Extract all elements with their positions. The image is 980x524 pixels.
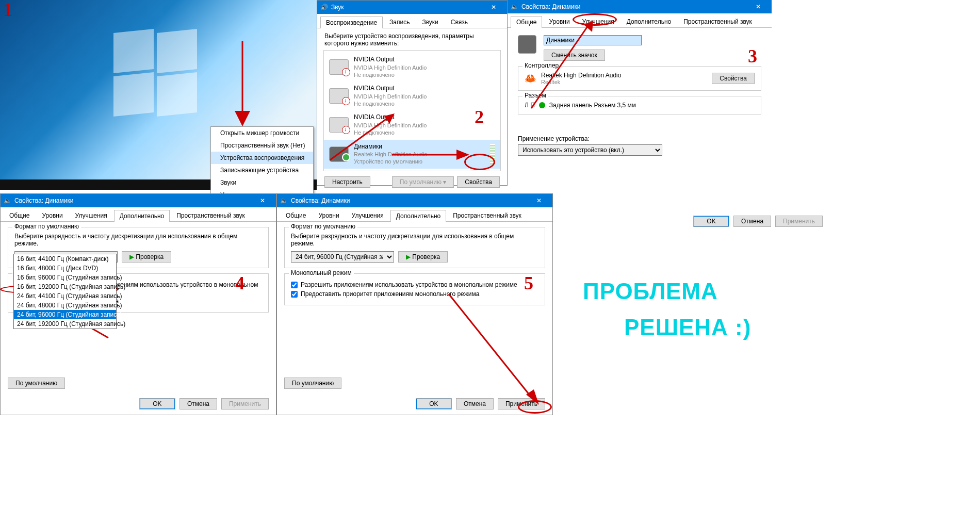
ctx-playback-devices[interactable]: Устройства воспроизведения: [211, 152, 313, 164]
format-dropdown-list[interactable]: 16 бит, 44100 Гц (Компакт-диск) 16 бит, …: [13, 254, 117, 329]
speaker-icon: 🔈: [4, 197, 11, 204]
tab-spatial[interactable]: Пространственный звук: [678, 15, 758, 27]
windows-logo-icon: [113, 31, 201, 119]
speaker-icon: 🔊: [320, 4, 328, 11]
format-select[interactable]: 24 бит, 96000 Гц (Студийная запись): [291, 251, 394, 263]
speaker-icon: 🔈: [511, 3, 518, 10]
cancel-button[interactable]: Отмена: [456, 398, 494, 410]
ok-button[interactable]: OK: [693, 216, 729, 227]
properties-button[interactable]: Свойства: [457, 176, 500, 188]
set-default-button[interactable]: По умолчанию ▾: [392, 176, 454, 188]
monitor-icon: [329, 117, 349, 133]
controller-vendor: Realtek: [541, 79, 707, 85]
apply-button[interactable]: Применить: [775, 216, 823, 227]
tab-levels[interactable]: Уровни: [313, 209, 345, 221]
chk-exclusive-label: Разрешить приложениям использовать устро…: [301, 281, 517, 288]
tab-sounds[interactable]: Звуки: [416, 16, 444, 28]
tab-enhancements[interactable]: Улучшения: [346, 209, 389, 221]
tab-enhancements[interactable]: Улучшения: [70, 209, 113, 221]
fmt-opt-1[interactable]: 16 бит, 48000 Гц (Диск DVD): [14, 264, 116, 273]
monitor-icon: [329, 88, 349, 104]
jack-color-icon: [539, 102, 545, 108]
tab-levels[interactable]: Уровни: [36, 209, 68, 221]
chk-exclusive[interactable]: [291, 282, 298, 288]
fmt-opt-2[interactable]: 16 бит, 96000 Гц (Студийная запись): [14, 273, 116, 282]
cancel-button[interactable]: Отмена: [733, 216, 771, 227]
apply-button[interactable]: Применить: [221, 398, 269, 410]
close-icon[interactable]: ✕: [252, 194, 273, 207]
tab-levels[interactable]: Уровни: [543, 15, 575, 27]
annotation-3: 3: [748, 45, 757, 67]
annotation-5: 5: [524, 272, 533, 294]
props-advanced-dialog-5: 🔈Свойства: Динамики✕ Общие Уровни Улучше…: [276, 193, 553, 415]
sound-title: Звук: [331, 4, 344, 11]
tab-advanced[interactable]: Дополнительно: [390, 210, 446, 222]
tab-recording[interactable]: Запись: [384, 16, 415, 28]
test-button[interactable]: ▶ Проверка: [398, 251, 448, 263]
close-icon[interactable]: ✕: [483, 1, 504, 14]
props3-titlebar: 🔈 Свойства: Динамики ✕: [508, 0, 772, 13]
ok-button[interactable]: OK: [139, 398, 175, 410]
play-icon: ▶: [406, 253, 411, 260]
props5-title: Свойства: Динамики: [291, 197, 350, 204]
device-name-input[interactable]: [544, 35, 642, 45]
device-nvidia-1[interactable]: NVIDIA OutputNVIDIA High Definition Audi…: [324, 53, 500, 81]
solved-line1: ПРОБЛЕМА: [583, 279, 718, 304]
chk-priority-label: Предоставить приоритет приложениям моноп…: [301, 290, 479, 298]
props3-tabs: Общие Уровни Улучшения Дополнительно Про…: [508, 13, 772, 28]
fmt-opt-5[interactable]: 24 бит, 48000 Гц (Студийная запись): [14, 301, 116, 310]
tab-general[interactable]: Общие: [511, 16, 542, 28]
chk-priority[interactable]: [291, 291, 298, 298]
ctx-sounds[interactable]: Звуки: [211, 176, 313, 189]
format-instructions: Выберите разрядность и частоту дискретиз…: [14, 233, 262, 247]
speaker-icon: 🔈: [280, 197, 288, 204]
fmt-opt-4[interactable]: 24 бит, 44100 Гц (Студийная запись): [14, 291, 116, 301]
tab-spatial[interactable]: Пространственный звук: [171, 209, 251, 221]
annotation-1: 1: [3, 0, 12, 21]
tab-general[interactable]: Общие: [280, 209, 312, 221]
restore-defaults-button[interactable]: По умолчанию: [8, 378, 65, 389]
realtek-icon: 🦀: [525, 73, 536, 84]
ok-button[interactable]: OK: [416, 398, 452, 410]
controller-group-label: Контроллер: [522, 62, 561, 69]
play-icon: ▶: [129, 253, 134, 260]
fmt-opt-6[interactable]: 24 бит, 96000 Гц (Студийная запись): [14, 310, 116, 319]
ctx-open-mixer[interactable]: Открыть микшер громкости: [211, 127, 313, 139]
fmt-opt-0[interactable]: 16 бит, 44100 Гц (Компакт-диск): [14, 254, 116, 264]
usage-label: Применение устройства:: [518, 135, 761, 142]
circle-properties: [464, 154, 495, 170]
tab-spatial[interactable]: Пространственный звук: [447, 209, 527, 221]
device-nvidia-3[interactable]: NVIDIA OutputNVIDIA High Definition Audi…: [324, 110, 500, 139]
solved-line2: РЕШЕНА :): [624, 315, 751, 340]
annotation-4: 4: [235, 272, 244, 294]
test-button[interactable]: ▶ Проверка: [122, 251, 171, 263]
controller-props-button[interactable]: Свойства: [712, 73, 755, 84]
device-nvidia-2[interactable]: NVIDIA OutputNVIDIA High Definition Audi…: [324, 81, 500, 110]
tab-general[interactable]: Общие: [4, 209, 35, 221]
tab-advanced[interactable]: Дополнительно: [621, 15, 677, 27]
fmt-opt-7[interactable]: 24 бит, 192000 Гц (Студийная запись): [14, 319, 116, 329]
tab-playback[interactable]: Воспроизведение: [320, 17, 383, 28]
ctx-spatial-sound[interactable]: Пространственный звук (Нет): [211, 139, 313, 152]
tray-context-menu: Открыть микшер громкости Пространственны…: [210, 126, 314, 202]
change-icon-button[interactable]: Сменить значок: [544, 50, 605, 61]
annotation-2: 2: [475, 106, 484, 128]
usage-select[interactable]: Использовать это устройство (вкл.): [518, 144, 662, 156]
jack-group-label: Разъем: [522, 92, 548, 99]
tab-communications[interactable]: Связь: [445, 16, 473, 28]
close-icon[interactable]: ✕: [748, 0, 769, 13]
close-icon[interactable]: ✕: [529, 194, 549, 207]
ctx-recording-devices[interactable]: Записывающие устройства: [211, 164, 313, 176]
props3-title: Свойства: Динамики: [521, 3, 580, 10]
speaker-device-icon: [329, 146, 349, 162]
format-instructions: Выберите разрядность и частоту дискретиз…: [291, 233, 538, 247]
format-group-label: Формат по умолчанию: [289, 223, 357, 230]
configure-button[interactable]: Настроить: [324, 176, 370, 188]
circle-advanced-tab: [573, 13, 617, 26]
controller-name: Realtek High Definition Audio: [541, 72, 707, 79]
props4-title: Свойства: Динамики: [14, 197, 73, 204]
cancel-button[interactable]: Отмена: [179, 398, 217, 410]
restore-defaults-button[interactable]: По умолчанию: [284, 378, 341, 389]
tab-advanced[interactable]: Дополнительно: [114, 210, 170, 222]
fmt-opt-3[interactable]: 16 бит, 192000 Гц (Студийная запись): [14, 282, 116, 291]
